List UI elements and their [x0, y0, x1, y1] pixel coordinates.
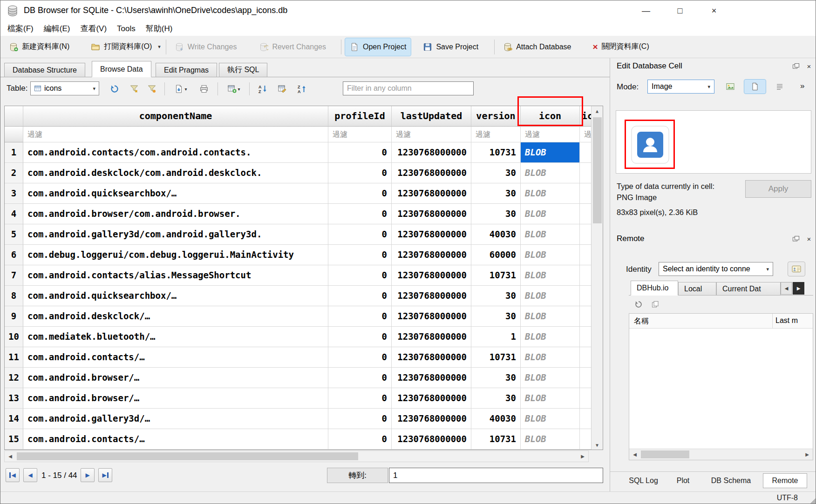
scroll-left-button[interactable]: ◀: [629, 449, 640, 459]
revert-changes-button[interactable]: Revert Changes: [254, 38, 331, 56]
profileId-cell[interactable]: 0: [328, 347, 392, 368]
icon-cell[interactable]: BLOB: [521, 265, 580, 286]
version-cell[interactable]: 30: [471, 368, 521, 388]
column-header-profileId[interactable]: profileId: [328, 106, 392, 127]
componentName-cell[interactable]: com.debug.loggerui/com.debug.loggerui.Ma…: [23, 245, 328, 265]
encoding-label[interactable]: UTF-8: [777, 494, 798, 502]
sort-descending-button[interactable]: ZA: [294, 81, 310, 96]
version-cell[interactable]: 10731: [471, 347, 521, 368]
close-panel-button[interactable]: ×: [803, 233, 815, 244]
word-wrap-button[interactable]: [771, 80, 788, 94]
componentName-cell[interactable]: com.android.browser/com.android.browser.: [23, 204, 328, 224]
column-header-lastUpdated[interactable]: lastUpdated: [392, 106, 471, 127]
profileId-cell[interactable]: 0: [328, 204, 392, 224]
scroll-down-button[interactable]: ▼: [592, 440, 603, 450]
tab-edit-pragmas[interactable]: Edit Pragmas: [156, 63, 217, 77]
icon-cell[interactable]: BLOB: [521, 224, 580, 245]
profileId-cell[interactable]: 0: [328, 429, 392, 450]
version-cell[interactable]: 30: [471, 204, 521, 224]
lastUpdated-cell[interactable]: 1230768000000: [392, 409, 471, 429]
vertical-scrollbar-thumb[interactable]: [593, 117, 602, 223]
scroll-up-button[interactable]: ▲: [592, 106, 603, 115]
filter-icon[interactable]: 過濾: [521, 127, 580, 142]
icon-cell[interactable]: BLOB: [521, 286, 580, 306]
lastUpdated-cell[interactable]: 1230768000000: [392, 183, 471, 204]
lastUpdated-cell[interactable]: 1230768000000: [392, 245, 471, 265]
menu-tools[interactable]: Tools: [112, 22, 141, 35]
minimize-button[interactable]: —: [635, 0, 657, 21]
tab-scroll-left-button[interactable]: ◀: [781, 282, 792, 295]
apply-button[interactable]: Apply: [745, 180, 811, 198]
sort-ascending-button[interactable]: AZ: [255, 81, 271, 96]
lastUpdated-cell[interactable]: 1230768000000: [392, 163, 471, 183]
version-cell[interactable]: 30: [471, 183, 521, 204]
lastUpdated-cell[interactable]: 1230768000000: [392, 388, 471, 409]
componentName-cell[interactable]: com.android.gallery3d/…: [23, 409, 328, 429]
icon-cell[interactable]: BLOB: [521, 429, 580, 450]
icon-cell[interactable]: BLOB: [521, 347, 580, 368]
import-identity-button[interactable]: [788, 262, 805, 276]
version-cell[interactable]: 40030: [471, 224, 521, 245]
icon-cell[interactable]: BLOB: [521, 183, 580, 204]
scroll-left-button[interactable]: ◀: [5, 451, 16, 462]
toolbar-overflow-button[interactable]: »: [800, 81, 804, 91]
extra-cell[interactable]: [580, 183, 592, 204]
dock-tab-db-schema[interactable]: DB Schema: [700, 473, 762, 488]
save-view-button[interactable]: ▾: [169, 81, 192, 96]
lastUpdated-cell[interactable]: 1230768000000: [392, 347, 471, 368]
icon-cell[interactable]: BLOB: [521, 204, 580, 224]
remote-tab-local[interactable]: Local: [678, 282, 716, 296]
open-project-button[interactable]: Open Project: [345, 38, 411, 56]
lastUpdated-cell[interactable]: 1230768000000: [392, 286, 471, 306]
filter-lastUpdated[interactable]: 過濾: [392, 127, 471, 142]
version-cell[interactable]: 30: [471, 388, 521, 409]
scroll-right-button[interactable]: ▶: [802, 449, 813, 459]
dock-tab-remote[interactable]: Remote: [763, 473, 807, 488]
remote-tab-dbhub[interactable]: DBHub.io: [631, 281, 678, 296]
print-button[interactable]: [196, 81, 212, 96]
componentName-cell[interactable]: com.android.gallery3d/com.android.galler…: [23, 224, 328, 245]
maximize-button[interactable]: □: [669, 0, 691, 21]
profileId-cell[interactable]: 0: [328, 224, 392, 245]
remote-horizontal-scrollbar[interactable]: ◀ ▶: [629, 449, 813, 460]
filter-input[interactable]: [343, 81, 474, 95]
corner-header[interactable]: [5, 106, 23, 127]
filter-componentName[interactable]: 過濾: [23, 127, 328, 142]
filter-partial[interactable]: 過濾: [580, 127, 592, 142]
menu-edit[interactable]: 編輯(E): [39, 21, 75, 36]
profileId-cell[interactable]: 0: [328, 286, 392, 306]
tab-execute-sql[interactable]: 執行 SQL: [219, 63, 267, 77]
column-header-partial[interactable]: ic: [580, 106, 592, 127]
icon-cell[interactable]: BLOB: [521, 388, 580, 409]
extra-cell[interactable]: [580, 245, 592, 265]
extra-cell[interactable]: [580, 163, 592, 183]
extra-cell[interactable]: [580, 429, 592, 450]
componentName-cell[interactable]: com.android.deskclock/com.android.deskcl…: [23, 163, 328, 183]
menu-view[interactable]: 查看(V): [75, 21, 112, 36]
tab-scroll-right-button[interactable]: ▶: [793, 282, 804, 295]
previous-record-button[interactable]: ◀: [23, 468, 37, 482]
close-database-button[interactable]: × 關閉資料庫(C): [588, 38, 653, 56]
tab-browse-data[interactable]: Browse Data: [92, 61, 151, 77]
lastUpdated-cell[interactable]: 1230768000000: [392, 306, 471, 327]
extra-cell[interactable]: [580, 265, 592, 286]
first-record-button[interactable]: ◀: [6, 468, 20, 482]
profileId-cell[interactable]: 0: [328, 409, 392, 429]
new-record-button[interactable]: ▾: [222, 81, 245, 96]
menu-file[interactable]: 檔案(F): [2, 21, 39, 36]
identity-select[interactable]: Select an identity to conne ▾: [659, 262, 773, 276]
goto-record-input[interactable]: [389, 468, 603, 483]
import-image-button[interactable]: [722, 80, 739, 94]
extra-cell[interactable]: [580, 224, 592, 245]
close-window-button[interactable]: ×: [703, 0, 725, 21]
remote-refresh-button[interactable]: [632, 299, 645, 310]
version-cell[interactable]: 30: [471, 286, 521, 306]
next-record-button[interactable]: ▶: [81, 468, 95, 482]
new-database-button[interactable]: 新建資料庫(N): [4, 38, 74, 56]
save-project-button[interactable]: Save Project: [418, 38, 483, 56]
profileId-cell[interactable]: 0: [328, 388, 392, 409]
icon-cell[interactable]: BLOB: [521, 163, 580, 183]
icon-cell[interactable]: BLOB: [521, 327, 580, 347]
profileId-cell[interactable]: 0: [328, 183, 392, 204]
extra-cell[interactable]: [580, 409, 592, 429]
